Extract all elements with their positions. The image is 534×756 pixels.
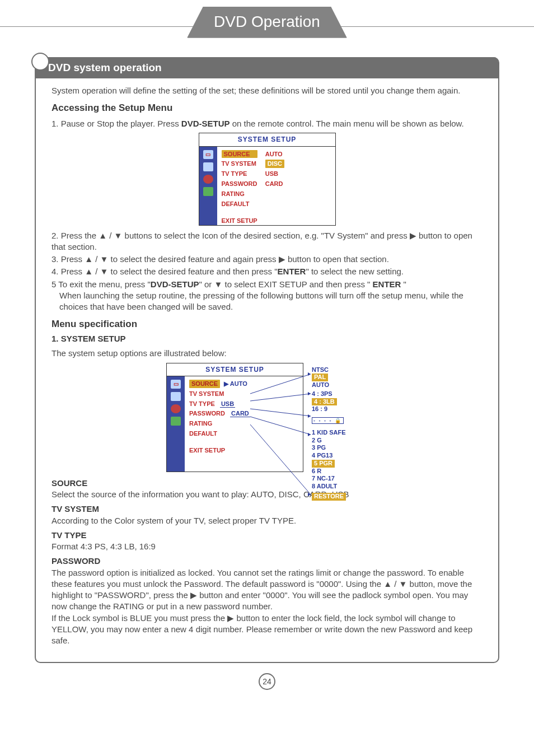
note-icon [171,417,181,426]
side-169: 16 : 9 [312,405,360,413]
step4-post: " to select the new setting. [306,267,404,276]
def-password-h: PASSWORD [51,556,483,567]
step-4: 4. Press ▲ / ▼ to select the desired fea… [51,266,483,277]
side-password: - - - - 🔒 [312,417,360,424]
osd2-item: RATING [189,419,250,428]
side-restore: RESTORE [312,493,346,501]
intro-text: System operation will define the setting… [51,85,483,96]
step-3: 3. Press ▲ / ▼ to select the desired fea… [51,254,483,265]
osd-right-item: CARD [265,180,284,188]
side-rating-item: 7 NC-17 [312,475,360,483]
osd-item-source: SOURCE [222,150,257,158]
def-password-t2: If the Lock symbol is BLUE you must pres… [51,613,483,647]
step4-pre: 4. Press ▲ / ▼ to select the desired fea… [51,267,278,276]
def-source-t: Select the source of the information you… [51,489,483,500]
menuspec-sub1: 1. SYSTEM SETUP [51,333,483,344]
osd-menu-screenshot-2: SYSTEM SETUP ▭ SOURCE ▶ AUTO [166,363,303,472]
osd2-card: CARD [230,410,250,417]
def-tvtype-h: TV TYPE [51,530,483,541]
side-rating-item: 6 R [312,468,360,475]
menuspec-sub1-text: The system setup options are illustrated… [51,348,483,359]
osd2-item-source: SOURCE ▶ AUTO [189,380,250,388]
monitor-icon: ▭ [203,150,213,159]
globe-icon [203,175,213,184]
osd-right-column: AUTO DISC USB CARD [265,150,284,225]
step5-a: 5 To exit the menu, press " [51,279,151,289]
osd-right-item: AUTO [265,150,284,158]
svg-marker-3 [308,433,311,436]
step1-post: on the remote control. The main menu wil… [229,119,463,128]
accessing-heading: Accessing the Setup Menu [51,102,483,115]
side-pwd-field: - - - - 🔒 [312,417,344,424]
steps-list: 2. Press the ▲ / ▼ buttons to select the… [51,230,483,313]
side-rating-sel: 5 PGR [312,460,335,468]
section-heading: DVD system operation [48,62,162,73]
speaker-icon [203,162,213,171]
side-rating-item: 4 PG13 [312,452,360,460]
speaker-icon [171,392,181,401]
side-43ps: 4 : 3PS [312,390,360,398]
svg-marker-0 [308,372,311,376]
side-rating-item: 2 G [312,437,360,445]
osd-menu-screenshot: SYSTEM SETUP ▭ SOURCE TV SYSTEM TV TYPE … [199,133,336,225]
side-ntsc: NTSC [312,366,360,374]
page-title: DVD Operation [187,7,347,38]
osd-item: TV SYSTEM [222,160,257,168]
step5-c: " or ▼ to select EXIT SETUP and then pre… [199,279,373,289]
step-5: 5 To exit the menu, press "DVD-SETUP" or… [51,279,483,313]
step4-bold: ENTER [278,267,306,276]
side-rating-item: 3 PG [312,444,360,452]
note-icon [203,187,213,196]
page-number: 24 [259,673,275,690]
osd-diagram: SYSTEM SETUP ▭ SOURCE ▶ AUTO [166,363,368,472]
osd2-source-value: AUTO [230,380,247,387]
osd2-item: PASSWORD CARD [189,409,250,418]
osd2-icon-column: ▭ [167,376,185,472]
def-tvsystem-t: According to the Color system of your TV… [51,515,483,526]
side-pal: PAL [312,374,328,381]
step5-e: " [401,279,406,289]
def-tvsystem-h: TV SYSTEM [51,503,483,515]
osd-right-item: USB [265,170,284,178]
def-password-t1: The password option is initialized as lo… [51,567,483,613]
osd-item: PASSWORD [222,180,257,188]
step-2: 2. Press the ▲ / ▼ buttons to select the… [51,230,483,253]
step1-pre: 1. Pause or Stop the player. Press [51,119,181,128]
svg-marker-2 [308,414,311,418]
osd2-usb: USB [220,400,235,408]
osd2-left-column: SOURCE ▶ AUTO TV SYSTEM TV TYPE USB [189,380,250,472]
section-bullet-icon [31,53,49,71]
content-frame: DVD system operation System operation wi… [35,57,499,663]
osd2-item: DEFAULT [189,430,250,438]
globe-icon [171,404,181,413]
def-tvtype-t: Format 4:3 PS, 4:3 LB, 16:9 [51,541,483,552]
osd-side-values: NTSC PAL AUTO 4 : 3PS 4 : 3LB 16 : 9 - -… [312,366,360,501]
osd2-tvsystem: TV SYSTEM [189,390,224,397]
osd-item: TV TYPE [222,170,257,178]
side-rating-item: 1 KID SAFE [312,429,360,437]
svg-marker-1 [308,392,311,395]
page-header: DVD Operation [0,7,534,46]
step5-d: ENTER [373,279,401,289]
osd2-item: TV SYSTEM [189,390,250,398]
side-auto: AUTO [312,381,360,389]
side-tvtype: 4 : 3PS 4 : 3LB 16 : 9 [312,390,360,413]
step5-b: DVD-SETUP [151,279,199,289]
section-heading-bar: DVD system operation [36,57,498,78]
osd2-item: TV TYPE USB [189,400,250,408]
osd-item: RATING [222,190,257,198]
osd2-title: SYSTEM SETUP [167,363,303,376]
side-rating: 1 KID SAFE 2 G 3 PG 4 PG13 5 PGR 6 R 7 N… [312,429,360,491]
osd2-password: PASSWORD [189,410,225,417]
def-source-h: SOURCE [51,478,483,489]
osd2-source-label: SOURCE [189,380,220,388]
step-1: 1. Pause or Stop the player. Press DVD-S… [51,118,483,129]
osd2-exit: EXIT SETUP [189,446,250,455]
menuspec-heading: Menu specification [51,318,483,331]
monitor-icon: ▭ [171,380,181,389]
step5-f: When launching the setup routine, the pr… [51,290,483,313]
osd-title: SYSTEM SETUP [199,133,335,146]
osd-left-column: SOURCE TV SYSTEM TV TYPE PASSWORD RATING… [222,150,257,225]
side-tvsystem: NTSC PAL AUTO [312,366,360,389]
step1-bold: DVD-SETUP [181,119,230,128]
